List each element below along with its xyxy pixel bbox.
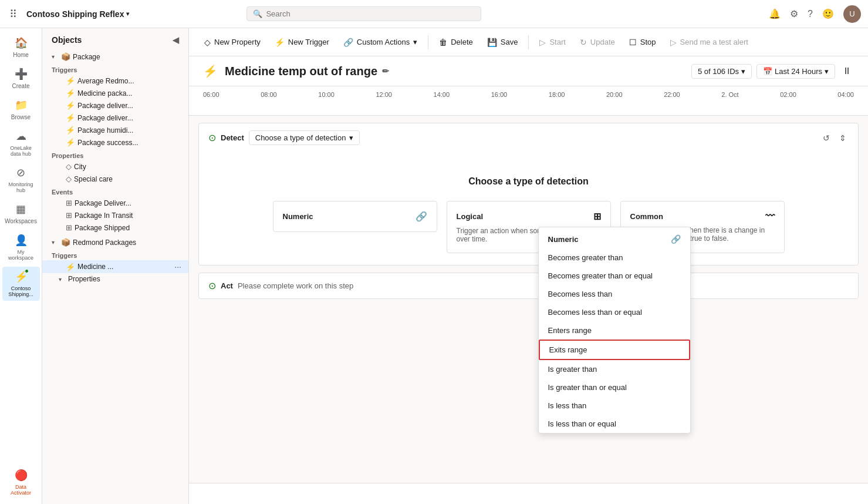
- notification-icon[interactable]: 🔔: [769, 8, 781, 19]
- numeric-item-0[interactable]: Becomes greater than: [539, 248, 690, 267]
- numeric-item-2[interactable]: Becomes less than: [539, 285, 690, 303]
- toolbar: ◇ New Property ⚡ New Trigger 🔗 Custom Ac…: [189, 28, 868, 56]
- search-input[interactable]: [266, 9, 475, 18]
- top-nav: ⠿ Contoso Shipping Reflex ▾ 🔍 🔔 ⚙ ? 🙂 U: [0, 0, 868, 28]
- redmond-triggers-label: Triggers: [42, 248, 188, 260]
- tree-row-redmond[interactable]: ▾ 📦 Redmond Packages: [42, 236, 188, 248]
- tree-row-package[interactable]: ▾ 📦 Package: [42, 51, 188, 63]
- sidebar-item-workspaces[interactable]: ▦ Workspaces: [2, 199, 40, 228]
- tree-row-medicine-packa[interactable]: ⚡ Medicine packa...: [42, 87, 188, 99]
- sidebar-item-browse[interactable]: 📁 Browse: [2, 95, 40, 124]
- timeline-label-7: 20:00: [606, 91, 623, 98]
- rule-title: Medicine temp out of range ✏: [225, 65, 684, 78]
- collapse-icon[interactable]: ◀: [173, 35, 179, 45]
- tree-row-pkg-in-transit[interactable]: ⊞ Package In Transit: [42, 209, 188, 221]
- tree-row-medicine-active[interactable]: ⚡ Medicine ... ···: [42, 260, 188, 273]
- update-button[interactable]: ↻ Update: [574, 35, 621, 50]
- stop-label: Stop: [640, 38, 656, 46]
- choose-detection-title: Choose a type of detection: [468, 176, 588, 187]
- event-icon-2: ⊞: [66, 211, 72, 220]
- sidebar-item-contoso[interactable]: ⚡ ContosoShipping...: [2, 267, 40, 301]
- chart-timeline: 06:00 08:00 10:00 12:00 14:00 16:00 18:0…: [203, 91, 854, 98]
- sidebar-item-monitoring[interactable]: ⊘ Monitoringhub: [2, 163, 40, 197]
- avatar[interactable]: U: [843, 5, 861, 23]
- save-icon: 💾: [487, 38, 497, 47]
- detect-section: ⊙ Detect Choose a type of detection ▾ ↺ …: [198, 123, 859, 266]
- save-button[interactable]: 💾 Save: [481, 35, 524, 50]
- calendar-icon: 📅: [763, 67, 772, 76]
- numeric-item-6[interactable]: Is greater than: [539, 360, 690, 378]
- face-icon[interactable]: 🙂: [822, 8, 834, 19]
- new-trigger-button[interactable]: ⚡ New Trigger: [269, 35, 335, 50]
- tree-row-special-care[interactable]: ◇ Special care: [42, 173, 188, 185]
- app-name[interactable]: Contoso Shipping Reflex ▾: [26, 9, 129, 19]
- tree-row-pkg-deliver-ev[interactable]: ⊞ Package Deliver...: [42, 197, 188, 209]
- tree-row-avg-redmo[interactable]: ⚡ Average Redmo...: [42, 75, 188, 87]
- timeline-label-5: 16:00: [491, 91, 508, 98]
- act-label: Act: [221, 281, 233, 290]
- pkg-in-transit-label: Package In Transit: [75, 211, 184, 220]
- sidebar-item-browse-label: Browse: [11, 114, 31, 120]
- custom-actions-button[interactable]: 🔗 Custom Actions ▾: [337, 35, 423, 50]
- common-title: Common: [630, 212, 663, 221]
- pkg-deliver-ev-label: Package Deliver...: [75, 199, 184, 207]
- time-label: Last 24 Hours: [775, 67, 822, 76]
- stop-icon: ☐: [629, 38, 637, 47]
- tree-row-pkg-deliver-2[interactable]: ⚡ Package deliver...: [42, 112, 188, 124]
- edit-icon[interactable]: ✏: [382, 66, 389, 76]
- avg-redmo-label: Average Redmo...: [77, 77, 184, 85]
- time-chevron: ▾: [825, 67, 829, 76]
- sidebar-item-myworkspace[interactable]: 👤 Myworkspace: [2, 230, 40, 264]
- detect-dropdown[interactable]: Choose a type of detection ▾: [249, 130, 360, 145]
- tree-row-properties-collapsed[interactable]: ▾ Properties: [42, 273, 188, 285]
- sidebar-item-create[interactable]: ➕ Create: [2, 64, 40, 93]
- time-dropdown[interactable]: 📅 Last 24 Hours ▾: [756, 64, 835, 79]
- trigger-icon-active: ⚡: [66, 263, 75, 271]
- timeline-label-0: 06:00: [203, 91, 219, 98]
- tree-row-pkg-shipped[interactable]: ⊞ Package Shipped: [42, 221, 188, 234]
- grid-icon[interactable]: ⠿: [7, 5, 19, 23]
- sidebar-item-home-label: Home: [13, 52, 29, 58]
- timeline-label-9: 2. Oct: [721, 91, 738, 98]
- search-bar[interactable]: 🔍: [246, 6, 481, 21]
- redmond-expand-icon: ▾: [52, 239, 59, 246]
- send-test-alert-button[interactable]: ▷ Send me a test alert: [664, 35, 754, 50]
- pause-button[interactable]: ⏸: [840, 63, 854, 79]
- numeric-item-3[interactable]: Becomes less than or equal: [539, 303, 690, 321]
- sidebar: 🏠 Home ➕ Create 📁 Browse ☁ OneLakedata h…: [0, 28, 42, 504]
- detect-options-button[interactable]: ⇕: [837, 131, 849, 145]
- tree-row-pkg-deliver-1[interactable]: ⚡ Package deliver...: [42, 99, 188, 112]
- sidebar-item-data-activator[interactable]: 🔴 DataActivator: [2, 465, 40, 499]
- numeric-item-7[interactable]: Is greater than or equal: [539, 378, 690, 397]
- sidebar-item-onelake[interactable]: ☁ OneLakedata hub: [2, 126, 40, 160]
- numeric-item-9[interactable]: Is less than or equal: [539, 415, 690, 433]
- tree-row-city[interactable]: ◇ City: [42, 160, 188, 173]
- tree-row-pkg-humidi[interactable]: ⚡ Package humidi...: [42, 124, 188, 136]
- numeric-item-4[interactable]: Enters range: [539, 321, 690, 340]
- rule-icon: ⚡: [203, 64, 218, 78]
- more-button[interactable]: ···: [172, 262, 184, 271]
- numeric-item-8[interactable]: Is less than: [539, 397, 690, 415]
- numeric-icon: 🔗: [416, 211, 427, 222]
- common-icon: 〰: [765, 211, 775, 221]
- special-care-label: Special care: [74, 175, 184, 183]
- start-button[interactable]: ▷ Start: [533, 35, 571, 50]
- numeric-item-5[interactable]: Exits range: [539, 340, 690, 360]
- numeric-card[interactable]: Numeric 🔗: [273, 201, 437, 232]
- ids-dropdown[interactable]: 5 of 106 IDs ▾: [691, 64, 752, 79]
- delete-button[interactable]: 🗑 Delete: [433, 35, 479, 50]
- sidebar-item-home[interactable]: 🏠 Home: [2, 33, 40, 62]
- new-trigger-label: New Trigger: [288, 38, 329, 46]
- detect-undo-button[interactable]: ↺: [820, 131, 832, 145]
- numeric-item-1[interactable]: Becomes greater than or equal: [539, 267, 690, 285]
- package-label: Package: [73, 53, 184, 61]
- trigger-icon-6: ⚡: [66, 138, 75, 147]
- tree-row-pkg-success[interactable]: ⚡ Package success...: [42, 136, 188, 149]
- stop-button[interactable]: ☐ Stop: [623, 35, 662, 50]
- help-icon[interactable]: ?: [808, 9, 813, 19]
- rule-title-text: Medicine temp out of range: [225, 65, 377, 78]
- settings-icon[interactable]: ⚙: [790, 8, 798, 19]
- timeline-label-10: 02:00: [780, 91, 796, 98]
- new-property-button[interactable]: ◇ New Property: [198, 35, 266, 50]
- detect-actions: ↺ ⇕: [820, 131, 849, 145]
